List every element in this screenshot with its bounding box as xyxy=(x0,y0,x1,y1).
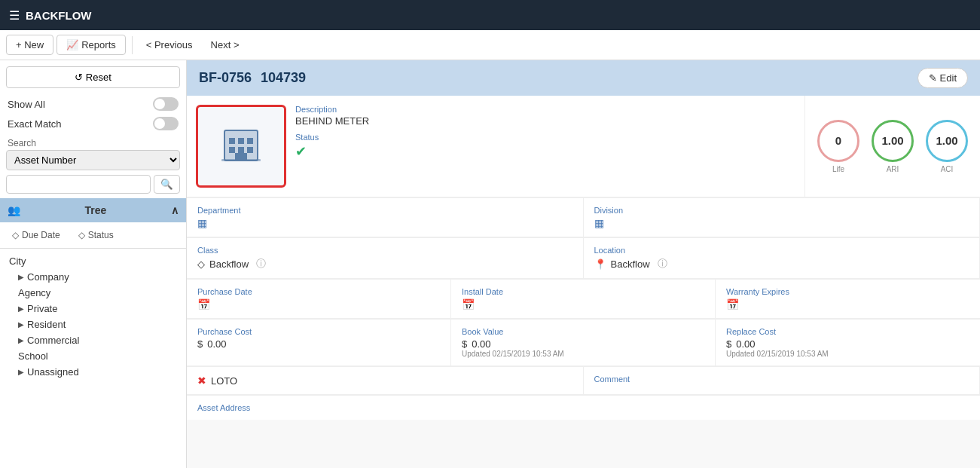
search-input[interactable] xyxy=(6,175,151,194)
gauges-area: 0 Life 1.00 ARI 1.00 ACI xyxy=(804,96,980,197)
dates-row: Purchase Date 📅 Install Date 📅 Warranty … xyxy=(187,279,980,319)
tree-list: City ▶ Company Agency ▶ Private ▶ Reside… xyxy=(0,249,186,384)
status-tab[interactable]: ◇ Status xyxy=(72,227,120,243)
replace-cost-cell: Replace Cost $ 0.00 Updated 02/15/2019 1… xyxy=(716,320,980,366)
install-date-cell: Install Date 📅 xyxy=(451,280,716,319)
book-value-cell: Book Value $ 0.00 Updated 02/15/2019 10:… xyxy=(451,320,716,366)
install-date-value: 📅 xyxy=(462,298,704,310)
description-value: BEHIND METER xyxy=(295,115,804,127)
tree-tabs: ◇ Due Date ◇ Status xyxy=(0,222,186,249)
status-value: ✔ xyxy=(295,143,804,160)
sidebar: ↺ Reset Show All Exact Match Search Asse… xyxy=(0,60,187,468)
tree-item-company[interactable]: ▶ Company xyxy=(6,269,180,285)
content-area: BF-0756 104739 ✎ Edit xyxy=(187,60,980,468)
location-info-icon[interactable]: ⓘ xyxy=(658,257,667,271)
tree-item-school[interactable]: School xyxy=(6,348,180,364)
reports-icon: 📈 xyxy=(66,39,78,50)
purchase-date-value: 📅 xyxy=(197,298,440,310)
install-date-cal-icon: 📅 xyxy=(462,298,475,310)
asset-address-label: Asset Address xyxy=(197,403,969,412)
record-id: BF-0756 104739 xyxy=(199,70,306,86)
location-cell: Location 📍 Backflow ⓘ xyxy=(584,238,981,279)
expand-icon: ▶ xyxy=(18,273,24,281)
due-date-tab[interactable]: ◇ Due Date xyxy=(6,227,66,243)
replace-cost-updated: Updated 02/15/2019 10:53 AM xyxy=(726,350,969,358)
search-type-select[interactable]: Asset Number xyxy=(6,150,180,170)
install-date-label: Install Date xyxy=(462,287,704,296)
warranty-cell: Warranty Expires 📅 xyxy=(716,280,980,319)
loto-cell: ✖ LOTO xyxy=(187,367,584,395)
purchase-date-cal-icon: 📅 xyxy=(197,298,210,310)
location-value: 📍 Backflow ⓘ xyxy=(594,257,969,271)
loto-comment-row: ✖ LOTO Comment xyxy=(187,366,980,395)
gauge-aci-circle: 1.00 xyxy=(926,120,968,162)
replace-cost-value: $ 0.00 xyxy=(726,338,969,350)
exact-match-label: Exact Match xyxy=(8,118,62,130)
purchase-cost-value: $ 0.00 xyxy=(197,338,440,350)
top-nav: ☰ BACKFLOW xyxy=(0,0,980,30)
location-label: Location xyxy=(594,246,969,255)
asset-top: Description BEHIND METER Status ✔ 0 Life xyxy=(187,96,980,197)
svg-rect-2 xyxy=(229,138,235,144)
reports-button[interactable]: 📈 Reports xyxy=(56,35,126,55)
department-label: Department xyxy=(197,206,572,215)
book-value-label: Book Value xyxy=(462,327,704,336)
main-layout: ↺ Reset Show All Exact Match Search Asse… xyxy=(0,60,980,468)
class-value: ◇ Backflow ⓘ xyxy=(197,257,572,271)
division-icon: ▦ xyxy=(594,217,604,229)
purchase-cost-label: Purchase Cost xyxy=(197,327,440,336)
comment-cell: Comment xyxy=(584,367,981,395)
replace-cost-label: Replace Cost xyxy=(726,327,969,336)
exact-match-toggle[interactable] xyxy=(153,117,179,130)
tree-item-unassigned[interactable]: ▶ Unassigned xyxy=(6,364,180,380)
warranty-value: 📅 xyxy=(726,298,969,310)
status-check-icon: ✔ xyxy=(295,144,307,159)
department-icon: ▦ xyxy=(197,217,207,229)
show-all-toggle[interactable] xyxy=(153,97,179,111)
search-button[interactable]: 🔍 xyxy=(154,175,180,194)
building-icon xyxy=(218,123,264,170)
class-info-icon[interactable]: ⓘ xyxy=(256,257,266,271)
costs-row: Purchase Cost $ 0.00 Book Value $ 0.00 U… xyxy=(187,319,980,366)
tree-collapse-icon[interactable]: ∧ xyxy=(171,204,179,216)
status-icon: ◇ xyxy=(78,230,85,240)
exact-match-row: Exact Match xyxy=(0,114,186,133)
purchase-date-label: Purchase Date xyxy=(197,287,440,296)
tree-header: 👥 Tree ∧ xyxy=(0,198,186,222)
status-label: Status xyxy=(295,133,804,142)
next-button[interactable]: Next > xyxy=(203,35,247,54)
svg-rect-7 xyxy=(247,147,253,153)
tree-item-agency[interactable]: Agency xyxy=(6,285,180,301)
asset-address-cell: Asset Address xyxy=(187,395,980,420)
menu-icon[interactable]: ☰ xyxy=(9,8,20,23)
tree-item-commercial[interactable]: ▶ Commercial xyxy=(6,332,180,348)
tree-item-private[interactable]: ▶ Private xyxy=(6,301,180,317)
record-number: 104739 xyxy=(261,70,306,86)
gauge-life-circle: 0 xyxy=(817,120,859,162)
purchase-cost-cell: Purchase Cost $ 0.00 xyxy=(187,320,451,366)
expand-icon: ▶ xyxy=(18,368,24,376)
svg-rect-4 xyxy=(247,138,253,144)
book-value-updated: Updated 02/15/2019 10:53 AM xyxy=(462,350,704,358)
show-all-row: Show All xyxy=(0,94,186,114)
toolbar-divider xyxy=(132,36,133,54)
class-icon: ◇ xyxy=(197,258,205,270)
loto-value: ✖ LOTO xyxy=(197,375,572,387)
loto-x-icon: ✖ xyxy=(197,375,206,387)
gauge-ari-circle: 1.00 xyxy=(872,120,914,162)
division-label: Division xyxy=(594,206,969,215)
division-value: ▦ xyxy=(594,217,969,229)
tree-item-resident[interactable]: ▶ Resident xyxy=(6,317,180,332)
due-date-icon: ◇ xyxy=(12,230,19,240)
edit-button[interactable]: ✎ Edit xyxy=(917,68,968,88)
show-all-label: Show All xyxy=(8,99,45,110)
gauge-ari: 1.00 ARI xyxy=(872,120,914,173)
reset-button[interactable]: ↺ Reset xyxy=(6,66,180,88)
new-button[interactable]: + New xyxy=(6,35,53,55)
record-header: BF-0756 104739 ✎ Edit xyxy=(187,60,980,96)
asset-image[interactable] xyxy=(196,105,286,188)
tree-item-city[interactable]: City xyxy=(6,253,180,269)
previous-button[interactable]: < Previous xyxy=(139,35,200,54)
record-body: Description BEHIND METER Status ✔ 0 Life xyxy=(187,96,980,420)
tree-label: Tree xyxy=(85,204,107,216)
